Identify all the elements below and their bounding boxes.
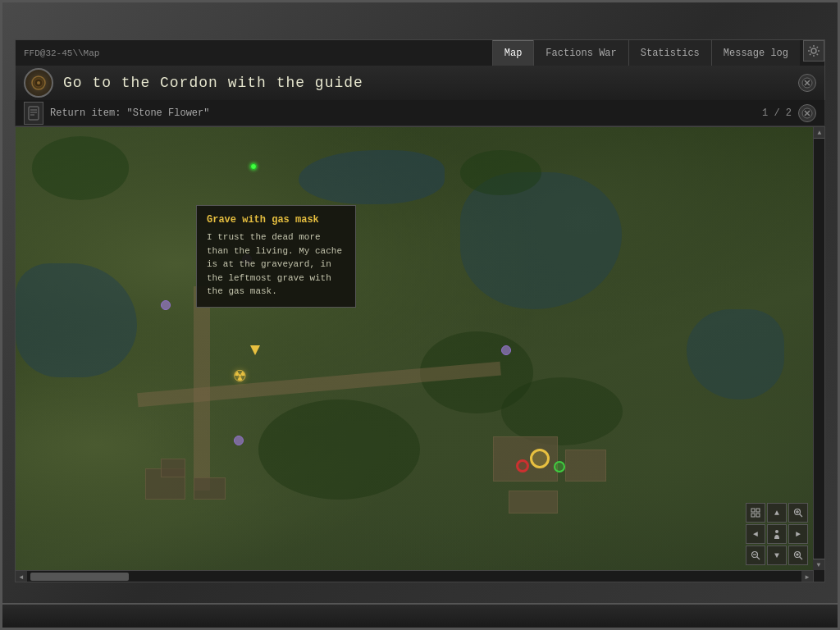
forest-5 — [501, 377, 623, 445]
svg-rect-17 — [756, 514, 760, 517]
quest-title-bar: Go to the Cordon with the guide — [15, 66, 825, 100]
map-ctrl-zoom-out-secondary[interactable] — [746, 546, 765, 565]
map-scrollbar-right: ▲ ▼ — [813, 127, 824, 582]
map-ctrl-person[interactable] — [767, 524, 787, 544]
path-label: FFD@32-45\\Map — [16, 48, 492, 58]
marker-person-2 — [161, 300, 171, 310]
scroll-down-arrow[interactable]: ▼ — [813, 559, 824, 570]
building-2 — [161, 459, 185, 477]
quest-item-close-button[interactable] — [798, 104, 816, 122]
svg-point-3 — [37, 81, 40, 84]
svg-line-24 — [757, 557, 760, 560]
forest-4 — [258, 399, 420, 500]
forest-1 — [32, 136, 129, 200]
quest-close-button[interactable] — [798, 74, 816, 92]
tab-message-log[interactable]: Message log — [711, 40, 800, 66]
hazard-arrow — [250, 345, 260, 355]
map-controls: ▲ ◄ ► — [746, 503, 808, 565]
marker-objective-yellow — [530, 449, 550, 468]
map-ctrl-grid[interactable] — [746, 503, 765, 523]
map-tooltip: Grave with gas mask I trust the dead mor… — [196, 205, 356, 308]
quest-sub-icon — [24, 102, 43, 125]
map-ctrl-zoom-reset[interactable] — [788, 546, 808, 565]
map-ctrl-up[interactable]: ▲ — [767, 503, 787, 523]
marker-red — [516, 454, 529, 472]
top-bar: FFD@32-45\\Map Map Factions War Statisti… — [15, 39, 825, 66]
svg-line-19 — [800, 514, 803, 518]
svg-point-22 — [775, 530, 778, 533]
svg-line-27 — [800, 557, 803, 560]
scroll-right-arrow[interactable]: ► — [801, 571, 813, 582]
building-3 — [194, 477, 226, 500]
scroll-left-arrow[interactable]: ◄ — [16, 571, 27, 582]
scroll-up-arrow[interactable]: ▲ — [814, 127, 825, 139]
quest-subtitle: Return item: "Stone Flower" — [50, 107, 762, 119]
quest-title: Go to the Cordon with the guide — [63, 75, 798, 91]
map-container[interactable]: ☢ Grave with gas mask I trust the dead m… — [15, 126, 825, 582]
marker-person-4 — [234, 436, 244, 445]
marker-green-dot-1 — [250, 163, 257, 170]
bottom-frame — [2, 603, 838, 628]
options-icon[interactable] — [803, 40, 824, 62]
quest-icon — [24, 68, 53, 98]
tooltip-text: I trust the dead more than the living. M… — [207, 231, 345, 299]
tab-factions-war[interactable]: Factions War — [533, 40, 628, 66]
tooltip-title: Grave with gas mask — [207, 214, 345, 226]
map-ctrl-right[interactable]: ► — [788, 524, 808, 544]
svg-point-0 — [811, 48, 816, 53]
tab-map[interactable]: Map — [492, 40, 534, 66]
game-window: FFD@32-45\\Map Map Factions War Statisti… — [0, 0, 840, 630]
quest-subtitle-bar: Return item: "Stone Flower" 1 / 2 — [15, 100, 825, 126]
map-scrollbar-bottom: ◄ ► — [16, 570, 813, 582]
marker-green — [554, 456, 565, 472]
map-ctrl-down[interactable]: ▼ — [767, 546, 787, 565]
marker-person-3 — [501, 345, 511, 355]
map-ctrl-zoom-in[interactable] — [788, 503, 808, 523]
svg-point-28 — [797, 554, 798, 555]
compound-2 — [565, 450, 605, 482]
forest-2 — [460, 150, 541, 195]
tabs: Map Factions War Statistics Message log — [492, 40, 824, 66]
quest-counter: 1 / 2 — [762, 107, 792, 119]
svg-rect-7 — [29, 107, 39, 120]
svg-rect-14 — [751, 509, 755, 512]
road-vertical — [194, 286, 210, 491]
compound-3 — [509, 491, 557, 514]
map-ctrl-left[interactable]: ◄ — [746, 524, 765, 544]
hazard-marker: ☢ — [234, 363, 245, 387]
svg-rect-16 — [751, 514, 755, 517]
scroll-thumb-horizontal[interactable] — [30, 573, 129, 581]
tab-statistics[interactable]: Statistics — [628, 40, 711, 66]
svg-rect-15 — [756, 509, 760, 512]
